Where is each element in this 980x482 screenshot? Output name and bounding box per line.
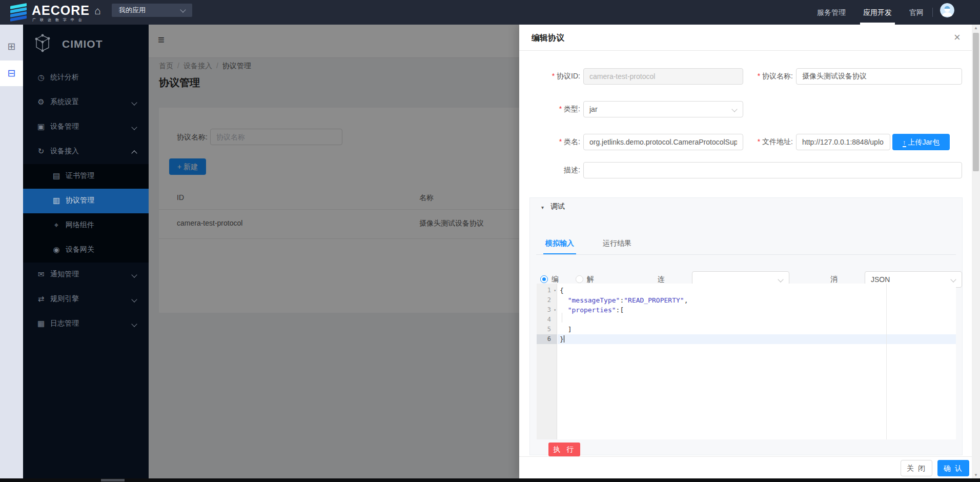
sidebar-item-label: 统计分析 — [50, 73, 79, 82]
topbar-nav-item-1[interactable]: 应用开发 — [863, 0, 892, 25]
topbar-nav-item-0[interactable]: 服务管理 — [817, 0, 846, 25]
protocol-id-input: camera-test-protocol — [583, 68, 743, 85]
menu-icon: ▦ — [36, 319, 46, 328]
sidebar-item-网络组件[interactable]: ⌖网络组件 — [23, 213, 149, 238]
code-line-4 — [558, 315, 956, 325]
code-token — [560, 296, 568, 304]
upload-jar-button[interactable]: ↑上传Jar包 — [892, 134, 950, 150]
scrollbar-thumb[interactable] — [973, 33, 979, 171]
print-margin-line — [886, 284, 887, 439]
code-editor[interactable]: 1▾23▾456 { "messageType":"READ_PROPERTY"… — [537, 284, 956, 439]
close-icon[interactable]: × — [954, 31, 961, 44]
chevron-up-icon — [131, 150, 137, 156]
sidebar-item-label: 设备网关 — [66, 245, 94, 254]
gutter-line-2: 2 — [537, 295, 557, 305]
scroll-up-arrow-icon[interactable]: ▲ — [972, 26, 980, 30]
code-line-2: "messageType":"READ_PROPERTY", — [558, 295, 956, 305]
home-icon[interactable]: ⌂ — [94, 5, 101, 17]
nav-divider — [932, 8, 933, 17]
type-select[interactable]: jar — [583, 101, 743, 117]
debug-tabs: 模拟输入运行结果 — [545, 239, 631, 254]
sidebar-item-label: 设备接入 — [50, 147, 79, 156]
chevron-down-icon — [131, 321, 137, 327]
sidebar-item-统计分析[interactable]: ◷统计分析 — [23, 66, 149, 90]
horizontal-scrollbar-thumb[interactable] — [101, 479, 125, 481]
file-url-input[interactable] — [796, 134, 890, 150]
upload-button-label: 上传Jar包 — [908, 138, 940, 146]
chevron-down-icon — [131, 99, 137, 105]
menu-icon: ◉ — [51, 245, 62, 254]
text-cursor — [564, 335, 564, 343]
close-button[interactable]: 关 闭 — [901, 460, 932, 476]
code-token: { — [560, 287, 564, 294]
run-button[interactable]: 执 行 — [548, 443, 580, 456]
drawer-title: 编辑协议 — [532, 33, 564, 44]
menu-icon: ↻ — [36, 147, 46, 156]
code-token: "READ_PROPERTY" — [624, 296, 684, 304]
sidebar-item-规则引擎[interactable]: ⇄规则引擎 — [23, 287, 149, 312]
chevron-down-icon — [950, 276, 956, 282]
tab-运行结果[interactable]: 运行结果 — [603, 239, 631, 254]
caret-down-icon[interactable]: ▾ — [541, 205, 544, 210]
code-line-1: { — [558, 286, 956, 295]
description-input[interactable] — [583, 162, 962, 178]
app-rail: ⊞⊟ — [0, 25, 23, 478]
chevron-down-icon — [131, 296, 137, 302]
menu-icon: ▤ — [51, 171, 62, 180]
logo-text: AECORE — [32, 3, 90, 18]
code-token: ] — [560, 326, 571, 333]
radio-编码[interactable] — [540, 275, 548, 283]
gutter-line-1: 1▾ — [537, 286, 557, 295]
vertical-scrollbar[interactable]: ▲ ▼ — [972, 25, 980, 478]
rail-app-window-icon[interactable]: ⊟ — [0, 61, 23, 86]
class-name-input[interactable] — [583, 134, 743, 150]
gutter-line-4: 4 — [537, 315, 557, 325]
sidebar-item-日志管理[interactable]: ▦日志管理 — [23, 312, 149, 336]
sidebar-item-设备接入[interactable]: ↻设备接入 — [23, 139, 149, 164]
code-token: , — [684, 296, 688, 304]
confirm-button[interactable]: 确 认 — [937, 460, 969, 476]
indent-guide-line — [562, 313, 562, 323]
sidebar-item-label: 协议管理 — [66, 196, 94, 205]
product-name: CIMIOT — [62, 38, 103, 50]
sidebar-item-证书管理[interactable]: ▤证书管理 — [23, 164, 149, 189]
sidebar-item-label: 网络组件 — [66, 220, 94, 230]
protocol-name-input[interactable] — [796, 68, 962, 85]
code-token — [560, 306, 568, 314]
debug-section-label[interactable]: 调试 — [550, 202, 565, 211]
app-select[interactable]: 我的应用 — [112, 4, 192, 17]
fold-caret-icon[interactable]: ▾ — [554, 305, 556, 315]
code-token: :[ — [616, 306, 624, 314]
horizontal-scrollbar[interactable] — [0, 478, 980, 482]
fold-caret-icon[interactable]: ▾ — [554, 286, 556, 295]
sidebar-item-设备网关[interactable]: ◉设备网关 — [23, 238, 149, 263]
topbar-nav-item-2[interactable]: 官网 — [909, 0, 924, 25]
tabs-divider — [536, 254, 956, 255]
sidebar: CIMIOT ◷统计分析⚙系统设置▣设备管理↻设备接入▤证书管理▥协议管理⌖网络… — [23, 25, 149, 478]
code-line-6: } — [558, 334, 956, 344]
product-logo: CIMIOT — [31, 32, 144, 57]
scroll-down-arrow-icon[interactable]: ▼ — [972, 473, 980, 477]
message-type-value: JSON — [871, 275, 890, 284]
menu-icon: ⇄ — [36, 294, 46, 304]
code-token: } — [560, 335, 564, 343]
radio-解码[interactable] — [576, 275, 583, 283]
tab-模拟输入[interactable]: 模拟输入 — [545, 239, 574, 254]
file-url-label: 文件地址: — [752, 137, 793, 147]
sidebar-item-设备管理[interactable]: ▣设备管理 — [23, 115, 149, 139]
app-select-value: 我的应用 — [119, 6, 146, 14]
menu-icon: ▥ — [51, 196, 62, 205]
class-name-label: 类名: — [558, 137, 580, 147]
menu-icon: ⚙ — [36, 97, 46, 107]
sidebar-item-通知管理[interactable]: ✉通知管理 — [23, 263, 149, 287]
gutter-line-5: 5 — [537, 325, 557, 334]
sidebar-item-系统设置[interactable]: ⚙系统设置 — [23, 90, 149, 115]
chevron-down-icon — [131, 124, 137, 130]
avatar[interactable] — [940, 3, 954, 17]
rail-apps-grid-icon[interactable]: ⊞ — [0, 34, 23, 59]
upload-icon: ↑ — [903, 139, 906, 147]
sidebar-item-协议管理[interactable]: ▥协议管理 — [23, 189, 149, 213]
chevron-down-icon — [131, 272, 137, 277]
app-window-icon: ⊟ — [8, 68, 16, 78]
type-select-value: jar — [589, 105, 598, 113]
